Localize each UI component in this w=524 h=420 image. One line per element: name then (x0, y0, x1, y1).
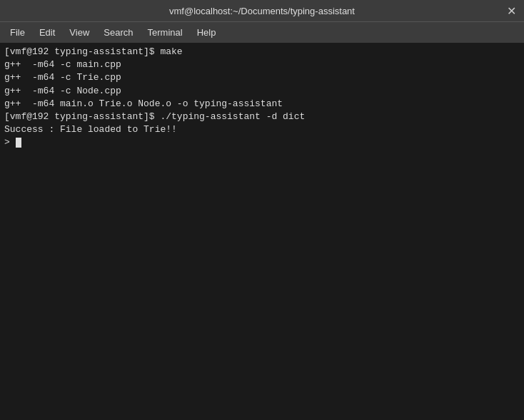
terminal-body[interactable]: [vmf@192 typing-assistant]$ makeg++ -m64… (0, 43, 524, 420)
menu-item-terminal[interactable]: Terminal (141, 24, 190, 41)
terminal-line: [vmf@192 typing-assistant]$ make (4, 46, 520, 58)
menu-item-help[interactable]: Help (190, 24, 223, 41)
menu-item-search[interactable]: Search (96, 24, 140, 41)
terminal-line: > (4, 136, 520, 149)
terminal-cursor (16, 138, 21, 148)
close-button[interactable]: ✕ (504, 4, 518, 18)
menu-item-file[interactable]: File (3, 24, 32, 41)
terminal-line: [vmf@192 typing-assistant]$ ./typing-ass… (4, 111, 520, 123)
terminal-line: g++ -m64 -c main.cpp (4, 58, 520, 71)
menu-item-edit[interactable]: Edit (32, 24, 62, 41)
terminal-line: g++ -m64 -c Trie.cpp (4, 71, 520, 84)
window-title: vmf@localhost:~/Documents/typing-assista… (169, 6, 355, 16)
menu-bar: FileEditViewSearchTerminalHelp (0, 21, 524, 43)
terminal-line: Success : File loaded to Trie!! (4, 123, 520, 136)
terminal-line: g++ -m64 -c Node.cpp (4, 85, 520, 98)
terminal-window: vmf@localhost:~/Documents/typing-assista… (0, 0, 524, 420)
menu-item-view[interactable]: View (62, 24, 96, 41)
title-bar: vmf@localhost:~/Documents/typing-assista… (0, 0, 524, 21)
terminal-line: g++ -m64 main.o Trie.o Node.o -o typing-… (4, 98, 520, 111)
